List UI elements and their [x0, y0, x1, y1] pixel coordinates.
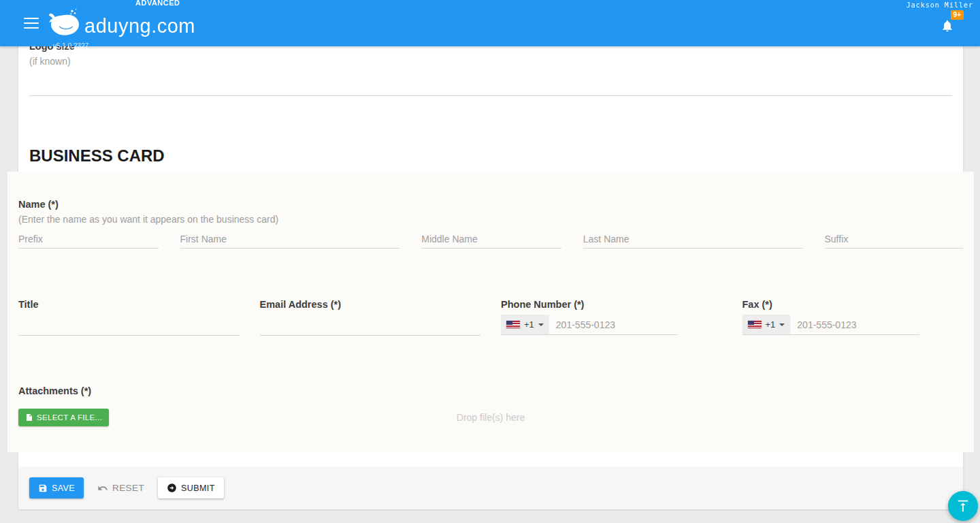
phone-country-dropdown[interactable]: +1 [501, 315, 549, 334]
phone-field: Phone Number (*) +1 [501, 299, 722, 336]
fax-dial-code: +1 [766, 319, 776, 330]
page-title: BUSINESS CARD [29, 146, 952, 165]
fax-label: Fax (*) [742, 299, 964, 310]
prefix-input[interactable] [18, 229, 159, 249]
contact-row: Title Email Address (*) Phone Number (*)… [18, 299, 963, 336]
file-drop-zone[interactable]: SELECT A FILE... Drop file(s) here [18, 409, 963, 426]
brand-version: v5.1.0.2327 [53, 42, 88, 50]
arrow-circle-icon [167, 483, 177, 493]
brand-logo[interactable]: aduyng.com ADVANCED v5.1.0.2327 [48, 5, 195, 41]
save-button[interactable]: SAVE [29, 477, 84, 498]
attachments-label: Attachments (*) [18, 385, 963, 396]
title-input[interactable] [18, 310, 240, 336]
undo-icon [97, 483, 108, 494]
fax-input[interactable] [790, 315, 920, 334]
logo-size-hint: (if known) [29, 56, 952, 67]
email-label: Email Address (*) [260, 299, 481, 310]
phone-dial-code: +1 [524, 319, 534, 330]
reset-button[interactable]: RESET [95, 477, 147, 498]
fax-input-group: +1 [742, 315, 919, 335]
name-label: Name (*) [18, 199, 963, 210]
middle-name-input[interactable] [421, 229, 561, 249]
whale-logo-icon [48, 5, 84, 41]
suffix-input[interactable] [825, 229, 964, 249]
submit-button[interactable]: SUBMIT [158, 477, 224, 498]
email-field: Email Address (*) [260, 299, 481, 336]
fax-country-dropdown[interactable]: +1 [742, 315, 791, 334]
notifications-button[interactable]: 9+ [941, 15, 956, 33]
title-label: Title [18, 299, 240, 310]
submit-label: SUBMIT [181, 484, 215, 493]
floppy-disk-icon [38, 484, 48, 493]
hamburger-menu-icon[interactable] [24, 18, 39, 29]
file-icon [25, 413, 33, 422]
select-file-label: SELECT A FILE... [37, 413, 102, 422]
select-file-button[interactable]: SELECT A FILE... [18, 409, 109, 426]
email-input[interactable] [260, 310, 481, 336]
name-group: Name (*) (Enter the name as you want it … [18, 199, 963, 249]
chevron-down-icon [538, 323, 544, 326]
phone-input-group: +1 [501, 315, 678, 335]
drop-files-hint: Drop file(s) here [457, 412, 525, 423]
notification-count-badge: 9+ [951, 10, 964, 20]
name-fields-row [18, 229, 963, 249]
us-flag-icon [506, 321, 520, 328]
business-card-section: Name (*) (Enter the name as you want it … [7, 172, 974, 452]
brand-name: aduyng.com [84, 15, 195, 41]
arrow-to-top-icon [956, 498, 970, 513]
last-name-input[interactable] [583, 229, 803, 249]
attachments-group: Attachments (*) SELECT A FILE... Drop fi… [18, 385, 963, 426]
logo-size-input[interactable] [29, 67, 952, 96]
bell-icon [941, 19, 954, 33]
user-name[interactable]: Jackson Miller [906, 1, 973, 9]
reset-label: RESET [112, 483, 144, 493]
chevron-down-icon [779, 323, 785, 326]
form-action-bar: SAVE RESET SUBMIT [18, 466, 963, 509]
content-card: Logo size (if known) BUSINESS CARD Name … [18, 0, 963, 509]
first-name-input[interactable] [180, 229, 400, 249]
title-field: Title [18, 299, 240, 336]
fax-field: Fax (*) +1 [742, 299, 964, 336]
name-hint: (Enter the name as you want it appears o… [18, 214, 963, 225]
save-label: SAVE [52, 484, 75, 493]
scroll-to-top-button[interactable] [948, 491, 978, 521]
phone-label: Phone Number (*) [501, 299, 722, 310]
us-flag-icon [748, 321, 762, 328]
brand-badge: ADVANCED [135, 0, 180, 7]
app-header: aduyng.com ADVANCED v5.1.0.2327 Jackson … [0, 0, 980, 46]
phone-input[interactable] [549, 315, 679, 334]
